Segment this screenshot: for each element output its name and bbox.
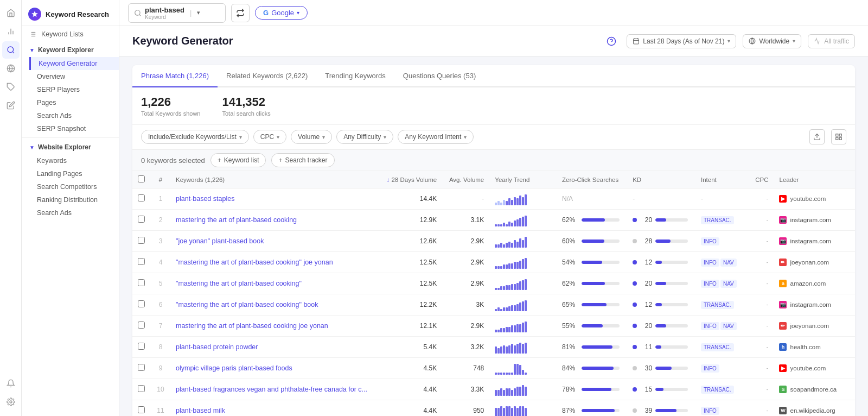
row-checkbox[interactable] (138, 300, 145, 307)
row-checkbox[interactable] (138, 279, 145, 286)
row-checkbox[interactable] (138, 237, 145, 244)
kd-bar-bg (655, 388, 688, 391)
leader-container: ▶ youtube.com (779, 364, 850, 372)
tab-questions-queries[interactable]: Questions Queries (53) (394, 65, 484, 87)
row-checkbox[interactable] (138, 364, 145, 371)
zc-bar-fill (582, 282, 605, 285)
intent-cell: TRANSAC. (695, 210, 746, 231)
cpc-cell: - (746, 337, 774, 358)
table-row: 9olympic village paris plant-based foods… (132, 358, 855, 379)
leader-favicon: ✏ (779, 259, 787, 266)
add-list-label: Keyword list (224, 156, 259, 164)
google-button[interactable]: G Google ▾ (255, 6, 308, 20)
intent-dash: - (701, 195, 703, 203)
search-dropdown-btn[interactable]: ▾ (197, 9, 200, 16)
tab-phrase-match[interactable]: Phrase Match (1,226) (132, 65, 218, 87)
search-box[interactable]: plant-based Keyword | ▾ (128, 3, 226, 23)
sidebar-item-serp-snapshot[interactable]: SERP Snapshot (29, 122, 119, 135)
chart-icon-btn[interactable] (2, 23, 20, 40)
keyword-link[interactable]: "joe yonan" plant-based book (176, 237, 264, 245)
row-checkbox[interactable] (138, 385, 145, 392)
tag-icon-btn[interactable] (2, 78, 20, 96)
keyword-link[interactable]: "mastering the art of plant-based cookin… (176, 301, 318, 308)
row-checkbox[interactable] (138, 343, 145, 350)
kd-dot (633, 366, 637, 370)
keyword-link[interactable]: mastering the art of plant-based cooking (176, 216, 297, 224)
leader-container: ✏ joeyonan.com (779, 322, 850, 330)
keyword-link[interactable]: plant-based protein powder (176, 343, 258, 351)
home-icon-btn[interactable] (2, 4, 20, 22)
keyword-link[interactable]: plant-based milk (176, 407, 225, 414)
kd-cell: 30 (627, 358, 695, 379)
keyword-link[interactable]: plant-based staples (176, 195, 234, 203)
col-zero-click[interactable]: Zero-Click Searches (557, 171, 627, 188)
sidebar-item-landing-pages[interactable]: Landing Pages (29, 167, 119, 180)
sidebar-item-keyword-generator[interactable]: Keyword Generator (29, 57, 119, 70)
zc-bar-fill (582, 324, 603, 327)
intent-badge: NAV (720, 322, 737, 330)
website-explorer-header[interactable]: ▼ Website Explorer (22, 140, 119, 154)
help-icon-btn[interactable] (603, 33, 620, 50)
add-search-tracker-btn[interactable]: + Search tracker (271, 153, 334, 167)
row-number: 4 (151, 252, 170, 273)
export-icon-btn[interactable] (809, 129, 825, 144)
col-leader[interactable]: Leader (774, 171, 855, 188)
col-kd[interactable]: KD (627, 171, 695, 188)
filter-include-exclude[interactable]: Include/Exclude Keywords/List ▾ (141, 130, 249, 144)
globe-icon-btn[interactable] (2, 60, 20, 77)
settings-icon-btn[interactable] (2, 393, 20, 411)
volume-28days: 4.4K (379, 400, 442, 417)
sidebar-item-pages[interactable]: Pages (29, 96, 119, 109)
sidebar-item-keywords[interactable]: Keywords (29, 154, 119, 167)
col-intent[interactable]: Intent (695, 171, 746, 188)
col-yearly-trend[interactable]: Yearly Trend (489, 171, 557, 188)
calendar-icon (633, 37, 640, 45)
sidebar-item-search-ads-we[interactable]: Search Ads (29, 206, 119, 219)
row-checkbox[interactable] (138, 406, 145, 413)
keyword-link[interactable]: "mastering the art of plant-based cookin… (176, 280, 302, 287)
zc-bar-fill (582, 261, 602, 264)
traffic-button[interactable]: All traffic (808, 34, 855, 48)
leader-favicon: ▶ (779, 195, 787, 203)
filter-intent[interactable]: Any Keyword Intent ▾ (398, 130, 474, 144)
date-picker-button[interactable]: Last 28 Days (As of Nov 21) ▾ (627, 34, 736, 48)
filter-cpc-label: CPC (260, 133, 274, 141)
keyword-explorer-header[interactable]: ▼ Keyword Explorer (22, 43, 119, 57)
tab-related-keywords[interactable]: Related Keywords (2,622) (218, 65, 316, 87)
compare-button[interactable] (231, 4, 250, 22)
filter-cpc[interactable]: CPC ▾ (253, 130, 286, 144)
row-checkbox[interactable] (138, 216, 145, 223)
keyword-lists-item[interactable]: Keyword Lists (22, 26, 119, 43)
keyword-link[interactable]: plant-based fragrances vegan and phthala… (176, 386, 367, 393)
kd-bar-wrap: 39 (633, 407, 690, 414)
pencil-icon-btn[interactable] (2, 97, 20, 114)
keyword-link[interactable]: mastering the art of plant-based cooking… (176, 322, 328, 330)
row-checkbox[interactable] (138, 322, 145, 329)
select-all-checkbox[interactable] (138, 175, 145, 182)
row-checkbox[interactable] (138, 258, 145, 265)
location-button[interactable]: Worldwide ▾ (743, 34, 801, 48)
col-avg-volume[interactable]: Avg. Volume (442, 171, 489, 188)
keyword-link[interactable]: olympic village paris plant-based foods (176, 364, 292, 372)
bell-icon-btn[interactable] (2, 375, 20, 392)
row-checkbox[interactable] (138, 194, 145, 201)
volume-28days: 12.9K (379, 210, 442, 231)
sidebar-item-ranking-distribution[interactable]: Ranking Distribution (29, 193, 119, 206)
tab-trending-keywords[interactable]: Trending Keywords (316, 65, 394, 87)
add-keyword-list-btn[interactable]: + Keyword list (210, 153, 266, 167)
sidebar-item-serp-players[interactable]: SERP Players (29, 83, 119, 96)
zc-bar-bg (582, 282, 620, 285)
filter-difficulty[interactable]: Any Difficulty ▾ (336, 130, 393, 144)
keyword-link[interactable]: "mastering the art of plant-based cookin… (176, 259, 333, 266)
sidebar-item-search-competitors[interactable]: Search Competitors (29, 180, 119, 193)
sidebar-item-overview[interactable]: Overview (29, 70, 119, 83)
sidebar-item-search-ads-ke[interactable]: Search Ads (29, 109, 119, 122)
filter-volume[interactable]: Volume ▾ (291, 130, 332, 144)
svg-point-8 (10, 401, 12, 403)
col-28days[interactable]: ↓ 28 Days Volume (379, 171, 442, 188)
col-keywords[interactable]: Keywords (1,226) (170, 171, 379, 188)
col-cpc[interactable]: CPC (746, 171, 774, 188)
columns-icon-btn[interactable] (831, 129, 846, 144)
kd-bar-fill (655, 261, 662, 264)
keyword-icon-btn[interactable] (2, 41, 20, 59)
